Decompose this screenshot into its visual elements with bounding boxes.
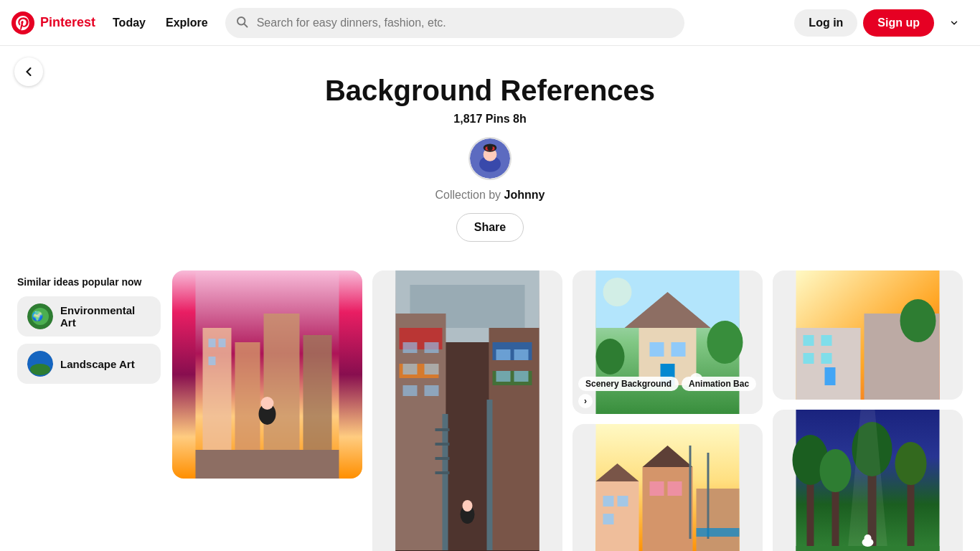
pin-image	[172, 270, 362, 479]
svg-point-116	[895, 442, 927, 485]
svg-rect-80	[697, 489, 740, 551]
collection-header: Background References 1,817 Pins 8h Coll…	[0, 46, 980, 259]
svg-point-120	[864, 534, 872, 542]
pin-card[interactable]	[773, 270, 963, 400]
collection-by: Collection by Johnny	[14, 189, 966, 202]
back-arrow-icon	[22, 65, 36, 79]
collection-by-prefix: Collection by	[435, 189, 501, 201]
pin-artwork	[573, 424, 763, 551]
chevron-down-button[interactable]	[940, 9, 969, 37]
avatar[interactable]	[468, 137, 512, 180]
svg-point-13	[30, 364, 50, 375]
svg-rect-20	[209, 339, 216, 347]
svg-point-76	[603, 278, 632, 306]
back-button[interactable]	[14, 57, 43, 86]
svg-rect-70	[650, 342, 664, 357]
svg-rect-49	[435, 443, 450, 446]
pin-tag: Scenery Background	[578, 377, 679, 391]
pin-artwork	[372, 270, 562, 551]
env-art-label: Environmental Art	[60, 304, 151, 329]
svg-rect-78	[596, 481, 639, 551]
search-input[interactable]	[225, 8, 684, 38]
nav-explore[interactable]: Explore	[157, 11, 217, 35]
search-bar	[225, 8, 684, 38]
svg-rect-86	[618, 496, 628, 507]
svg-rect-44	[496, 371, 511, 382]
land-art-thumb	[27, 351, 53, 377]
pin-card[interactable]: Giclee Art Print Art Prints Street ›	[573, 424, 763, 551]
pin-card[interactable]	[172, 270, 362, 479]
svg-rect-106	[825, 367, 836, 385]
svg-rect-39	[425, 364, 439, 375]
svg-point-107	[900, 299, 936, 342]
svg-rect-84	[707, 453, 710, 539]
brand-name: Pinterest	[40, 15, 95, 30]
svg-point-114	[820, 449, 852, 492]
svg-rect-45	[514, 371, 529, 382]
svg-point-24	[261, 397, 274, 410]
svg-point-0	[11, 11, 34, 34]
svg-point-73	[596, 339, 625, 375]
main-content: Background References 1,817 Pins 8h Coll…	[0, 46, 980, 551]
search-icon	[235, 15, 248, 31]
svg-rect-37	[425, 342, 439, 353]
pins-area: Similar ideas popular now 🌍 Environmenta…	[0, 259, 980, 551]
svg-rect-42	[496, 349, 511, 360]
share-button[interactable]: Share	[456, 213, 524, 242]
svg-rect-105	[821, 353, 832, 364]
avatar-wrap	[468, 137, 512, 180]
svg-rect-89	[668, 481, 682, 496]
svg-rect-46	[443, 414, 448, 551]
svg-rect-21	[219, 339, 226, 347]
nav-today[interactable]: Today	[104, 11, 154, 35]
svg-rect-50	[435, 457, 450, 460]
svg-rect-48	[435, 428, 450, 431]
time-ago: 8h	[513, 113, 527, 125]
svg-rect-41	[425, 385, 439, 396]
pinterest-logo-icon	[11, 11, 34, 34]
svg-rect-47	[487, 400, 493, 551]
svg-text:🌍: 🌍	[32, 310, 44, 322]
svg-rect-38	[403, 364, 418, 375]
svg-rect-102	[804, 335, 814, 346]
pin-tag: Animation Bac	[682, 377, 756, 391]
pin-artwork	[172, 270, 362, 479]
svg-rect-88	[650, 481, 664, 496]
svg-rect-90	[697, 528, 740, 537]
svg-rect-79	[643, 467, 693, 551]
sidebar-item-env-art[interactable]: 🌍 Environmental Art	[17, 296, 161, 336]
pin-artwork	[773, 410, 963, 551]
sidebar-title: Similar ideas popular now	[17, 276, 161, 288]
sidebar: Similar ideas popular now 🌍 Environmenta…	[17, 270, 161, 391]
svg-point-53	[463, 500, 473, 512]
logo-area[interactable]: Pinterest	[11, 11, 95, 34]
svg-rect-25	[196, 450, 339, 479]
header: Pinterest Today Explore Log in Sign up	[0, 0, 980, 46]
svg-rect-51	[435, 471, 450, 474]
pin-card[interactable]	[773, 410, 963, 551]
svg-rect-30	[489, 328, 540, 551]
collection-title: Background References	[14, 75, 966, 107]
author-link[interactable]: Johnny	[504, 189, 545, 201]
pin-card[interactable]	[372, 270, 562, 551]
login-button[interactable]: Log in	[794, 9, 857, 37]
chevron-down-icon	[949, 18, 959, 28]
pin-artwork	[773, 270, 963, 400]
svg-rect-103	[821, 335, 832, 346]
svg-rect-40	[403, 385, 418, 396]
svg-rect-83	[689, 446, 692, 539]
svg-rect-118	[796, 546, 940, 551]
pin-count: 1,817	[453, 113, 482, 125]
pin-tags: Scenery Background Animation Bac ›	[578, 377, 757, 408]
svg-point-74	[707, 321, 743, 364]
svg-rect-104	[804, 353, 814, 364]
main-nav: Today Explore	[104, 11, 217, 35]
svg-rect-87	[603, 514, 614, 524]
sidebar-item-land-art[interactable]: Landscape Art	[17, 344, 161, 384]
pins-grid: Corgi Drawing Furry Drawing ›	[172, 270, 963, 551]
pin-card[interactable]: Scenery Background Animation Bac ›	[573, 270, 763, 414]
signup-button[interactable]: Sign up	[863, 9, 934, 37]
pin-tag-more[interactable]: ›	[578, 394, 593, 408]
header-actions: Log in Sign up	[794, 9, 969, 37]
svg-point-8	[487, 145, 492, 150]
